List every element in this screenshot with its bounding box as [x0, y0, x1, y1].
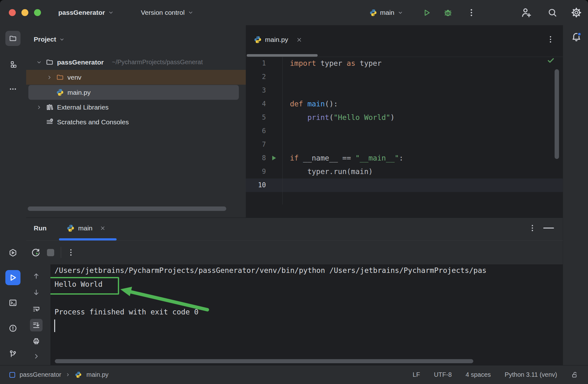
run-gutter-button[interactable] [270, 155, 277, 161]
tree-row-main-py[interactable]: main.py [26, 85, 246, 100]
line-number[interactable]: 3 [246, 84, 266, 97]
line-number[interactable]: 2 [246, 70, 266, 84]
structure-icon [9, 60, 17, 69]
problems-tool-button[interactable] [5, 321, 20, 336]
run-tab-active-indicator [59, 238, 117, 240]
stop-button[interactable] [47, 249, 54, 256]
tree-row-scratches[interactable]: Scratches and Consoles [26, 115, 246, 129]
code-line[interactable]: print("Hello World") [290, 111, 395, 124]
minimize-window-button[interactable] [21, 9, 28, 16]
more-actions-menu[interactable] [467, 8, 476, 17]
annotation-arrow [117, 284, 214, 317]
structure-tool-button[interactable] [5, 57, 20, 72]
terminal-tool-button[interactable] [5, 295, 20, 310]
code-line[interactable]: if __name__ == "__main__": [290, 151, 403, 165]
run-button[interactable] [422, 8, 431, 17]
line-number[interactable]: 8 [246, 151, 266, 165]
folder-icon [46, 58, 54, 66]
run-tab-main[interactable]: main [66, 218, 105, 238]
breadcrumb: passGenerator main.py [9, 371, 108, 378]
chevron-right-icon[interactable] [36, 104, 42, 110]
expand-toolbar-button[interactable] [30, 350, 43, 363]
project-name-menu[interactable]: passGenerator [58, 0, 114, 25]
editor-options-menu[interactable] [546, 35, 555, 44]
unlocked-icon[interactable] [571, 371, 579, 379]
ellipsis-icon [9, 85, 17, 93]
line-number[interactable]: 10 [246, 178, 266, 192]
console-options-menu[interactable] [66, 248, 75, 257]
caret-line-highlight [246, 178, 563, 192]
gear-icon [571, 7, 582, 18]
project-panel-title: Project [34, 36, 56, 43]
project-horizontal-scrollbar[interactable] [28, 206, 226, 211]
line-number[interactable]: 4 [246, 97, 266, 111]
collaborate-button[interactable] [521, 7, 532, 19]
interpreter-widget[interactable]: Python 3.11 (venv) [505, 371, 557, 378]
project-panel-title-menu[interactable]: Project [34, 25, 65, 54]
right-tool-strip [563, 25, 588, 365]
version-control-tool-button[interactable] [5, 347, 20, 362]
close-window-button[interactable] [9, 9, 16, 16]
line-number[interactable]: 7 [246, 138, 266, 151]
scroll-to-end-button[interactable] [30, 319, 43, 331]
run-console[interactable]: /Users/jetbrains/PycharmProjects/passGen… [50, 264, 563, 365]
encoding-widget[interactable]: UTF-8 [434, 371, 452, 378]
project-icon [9, 372, 15, 378]
close-icon[interactable] [100, 226, 105, 231]
notifications-button[interactable] [571, 31, 582, 43]
services-tool-button[interactable] [5, 245, 20, 260]
settings-button[interactable] [571, 7, 582, 18]
run-tool-button[interactable] [5, 270, 20, 285]
console-caret [54, 319, 55, 332]
rerun-button[interactable] [31, 247, 41, 257]
line-number[interactable]: 6 [246, 124, 266, 138]
tree-row-external-libraries[interactable]: External Libraries [26, 100, 246, 115]
vcs-menu[interactable]: Version control [141, 0, 193, 25]
run-config-selector[interactable]: main [369, 0, 403, 25]
search-everywhere-button[interactable] [547, 7, 558, 18]
soft-wrap-icon [32, 305, 40, 313]
line-number[interactable]: 9 [246, 165, 266, 178]
prev-occurrence-button[interactable] [30, 270, 43, 282]
run-line-icon [270, 155, 277, 161]
run-header: Run main [26, 218, 563, 241]
chevron-right-icon [66, 372, 70, 377]
editor-vertical-scrollbar[interactable] [555, 69, 559, 159]
more-tools-button[interactable] [5, 82, 20, 97]
project-tool-button[interactable] [5, 31, 20, 46]
excluded-folder-icon [56, 73, 64, 81]
breadcrumb-file[interactable]: main.py [86, 371, 108, 378]
tree-row-venv[interactable]: venv [26, 70, 246, 85]
code-line[interactable]: import typer as typer [290, 57, 382, 70]
chevron-down-icon[interactable] [36, 59, 42, 65]
editor-tab-main-py[interactable]: main.py [254, 25, 302, 54]
code-line[interactable]: typer.run(main) [290, 165, 373, 178]
print-button[interactable] [30, 335, 43, 347]
run-config-name: main [380, 9, 395, 16]
soft-wrap-button[interactable] [30, 303, 43, 315]
hide-tool-window-button[interactable] [543, 228, 554, 229]
next-occurrence-button[interactable] [30, 286, 43, 299]
close-icon[interactable] [297, 37, 302, 42]
chevron-right-icon[interactable] [47, 75, 52, 80]
status-bar: passGenerator main.py LF UTF-8 4 spaces … [0, 365, 588, 384]
chevron-down-icon [59, 37, 65, 42]
tree-label: External Libraries [57, 104, 108, 111]
breadcrumb-project[interactable]: passGenerator [20, 371, 61, 378]
debug-button[interactable] [443, 8, 453, 18]
code-line[interactable]: def main(): [290, 97, 338, 111]
line-number[interactable]: 5 [246, 111, 266, 124]
zoom-window-button[interactable] [34, 9, 41, 16]
console-horizontal-scrollbar[interactable] [55, 359, 473, 363]
line-separator-widget[interactable]: LF [413, 371, 420, 378]
inspections-widget[interactable] [547, 57, 555, 64]
pycharm-window: passGenerator Version control main [0, 0, 588, 384]
indent-widget[interactable]: 4 spaces [466, 371, 491, 378]
line-number[interactable]: 1 [246, 57, 266, 70]
search-icon [547, 7, 558, 18]
tree-label: Scratches and Consoles [57, 118, 129, 126]
run-options-menu[interactable] [528, 224, 537, 232]
tree-row-project-root[interactable]: passGenerator ~/PycharmProjects/passGene… [26, 55, 246, 70]
chevron-down-icon [108, 10, 114, 15]
tree-label: venv [67, 74, 81, 81]
